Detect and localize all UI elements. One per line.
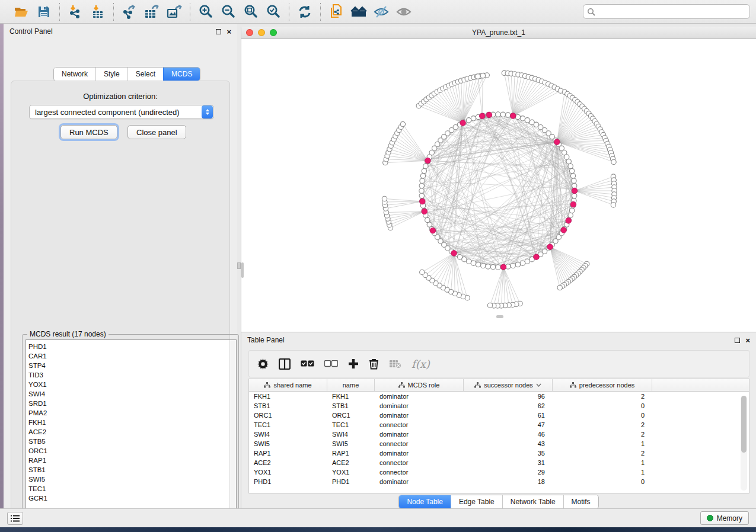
table-cell[interactable]: connector: [375, 469, 464, 476]
table-cell[interactable]: 2: [553, 393, 652, 400]
table-cell[interactable]: dominator: [375, 402, 464, 409]
criterion-select[interactable]: largest connected component (undirected): [29, 105, 214, 119]
open-file-icon[interactable]: [12, 3, 31, 21]
task-history-button[interactable]: [7, 512, 23, 525]
table-cell[interactable]: 0: [553, 402, 652, 409]
table-row[interactable]: SWI4SWI4dominator462: [249, 430, 749, 439]
table-cell[interactable]: 0: [553, 412, 652, 419]
table-row[interactable]: YOX1YOX1connector291: [249, 467, 749, 477]
table-cell[interactable]: 1: [553, 440, 652, 447]
table-cell[interactable]: 47: [464, 421, 553, 428]
table-cell[interactable]: dominator: [375, 393, 464, 400]
table-row[interactable]: RAP1RAP1dominator352: [249, 448, 749, 458]
table-row[interactable]: PHD1PHD1dominator180: [249, 477, 749, 486]
mcds-result-item[interactable]: PHD1: [28, 342, 229, 351]
table-row[interactable]: ACE2ACE2connector311: [249, 458, 749, 467]
mcds-result-item[interactable]: STB5: [28, 437, 229, 446]
column-header-MCDS-role[interactable]: MCDS role: [375, 379, 464, 391]
memory-button[interactable]: Memory: [700, 511, 749, 525]
mcds-result-item[interactable]: STB1: [28, 465, 229, 475]
table-cell[interactable]: 1: [553, 459, 652, 466]
table-cell[interactable]: RAP1: [327, 450, 375, 457]
table-cell[interactable]: 2: [553, 421, 652, 428]
tab-mcds[interactable]: MCDS: [163, 68, 200, 81]
mcds-result-item[interactable]: SWI4: [28, 389, 229, 399]
column-header-shared-name[interactable]: shared name: [249, 379, 327, 391]
float-panel-icon[interactable]: [216, 29, 221, 34]
network-window-titlebar[interactable]: YPA_prune.txt_1: [241, 27, 756, 39]
mcds-result-item[interactable]: RAP1: [28, 456, 229, 465]
network-canvas[interactable]: [241, 39, 756, 332]
table-row[interactable]: TEC1TEC1connector472: [249, 420, 749, 430]
table-row[interactable]: SWI5SWI5connector431: [249, 439, 749, 448]
export-image-icon[interactable]: [165, 3, 184, 21]
table-cell[interactable]: 35: [464, 450, 553, 457]
tab-edge-table[interactable]: Edge Table: [451, 495, 502, 508]
table-cell[interactable]: 61: [464, 412, 553, 419]
table-cell[interactable]: 31: [464, 459, 553, 466]
table-cell[interactable]: TEC1: [327, 421, 375, 428]
table-cell[interactable]: ORC1: [249, 412, 327, 419]
table-cell[interactable]: ACE2: [327, 459, 375, 466]
column-header-successor-nodes[interactable]: successor nodes: [464, 379, 553, 391]
table-cell[interactable]: 1: [553, 469, 652, 476]
tab-network-table[interactable]: Network Table: [502, 495, 563, 508]
zoom-fit-icon[interactable]: [241, 3, 260, 21]
tab-style[interactable]: Style: [95, 68, 127, 81]
table-cell[interactable]: TEC1: [249, 421, 327, 428]
float-panel-icon[interactable]: [735, 338, 740, 343]
tab-network[interactable]: Network: [54, 68, 95, 81]
table-cell[interactable]: dominator: [375, 431, 464, 438]
close-panel-icon[interactable]: ×: [227, 29, 231, 34]
hide-selected-icon[interactable]: [372, 3, 391, 21]
delete-column-icon[interactable]: [369, 358, 379, 370]
table-row[interactable]: STB1STB1dominator620: [249, 401, 749, 411]
table-cell[interactable]: ORC1: [327, 412, 375, 419]
network-horizontal-scrollbar[interactable]: [496, 315, 503, 318]
table-cell[interactable]: 18: [464, 478, 553, 485]
table-cell[interactable]: 62: [464, 402, 553, 409]
mcds-result-item[interactable]: TEC1: [28, 484, 229, 493]
show-all-icon[interactable]: [394, 3, 413, 21]
table-cell[interactable]: 29: [464, 469, 553, 476]
mcds-list-scrollbar[interactable]: [229, 340, 236, 532]
table-cell[interactable]: 0: [553, 478, 652, 485]
table-cell[interactable]: 96: [464, 393, 553, 400]
table-cell[interactable]: connector: [375, 421, 464, 428]
table-cell[interactable]: dominator: [375, 478, 464, 485]
tab-select[interactable]: Select: [127, 68, 163, 81]
table-cell[interactable]: STB1: [249, 402, 327, 409]
zoom-out-icon[interactable]: [219, 3, 238, 21]
table-cell[interactable]: ACE2: [249, 459, 327, 466]
mcds-result-item[interactable]: STP4: [28, 361, 229, 370]
table-cell[interactable]: connector: [375, 440, 464, 447]
mcds-result-item[interactable]: ORC1: [28, 446, 229, 456]
add-column-icon[interactable]: [348, 358, 359, 369]
column-header-predecessor-nodes[interactable]: predecessor nodes: [553, 379, 652, 391]
refresh-layout-icon[interactable]: [295, 3, 314, 21]
table-cell[interactable]: YOX1: [327, 469, 375, 476]
table-cell[interactable]: FKH1: [249, 393, 327, 400]
table-cell[interactable]: SWI5: [249, 440, 327, 447]
table-cell[interactable]: dominator: [375, 450, 464, 457]
mcds-result-item[interactable]: TID3: [28, 370, 229, 380]
table-cell[interactable]: PHD1: [249, 478, 327, 485]
network-vertical-scrollbar[interactable]: [241, 262, 244, 278]
mcds-result-item[interactable]: ACE2: [28, 427, 229, 437]
table-cell[interactable]: FKH1: [327, 393, 375, 400]
mcds-result-item[interactable]: SRD1: [28, 399, 229, 408]
import-network-icon[interactable]: [66, 3, 85, 21]
table-cell[interactable]: SWI4: [249, 431, 327, 438]
mcds-result-item[interactable]: PMA2: [28, 408, 229, 418]
column-header-name[interactable]: name: [327, 379, 375, 391]
select-stepper-icon[interactable]: [202, 105, 213, 118]
table-cell[interactable]: 2: [553, 450, 652, 457]
table-cell[interactable]: SWI5: [327, 440, 375, 447]
table-cell[interactable]: STB1: [327, 402, 375, 409]
mcds-result-item[interactable]: CAR1: [28, 351, 229, 361]
mcds-result-item[interactable]: SWI5: [28, 475, 229, 484]
table-cell[interactable]: YOX1: [249, 469, 327, 476]
mcds-result-item[interactable]: FKH1: [28, 418, 229, 427]
table-cell[interactable]: 2: [553, 431, 652, 438]
table-cell[interactable]: 43: [464, 440, 553, 447]
